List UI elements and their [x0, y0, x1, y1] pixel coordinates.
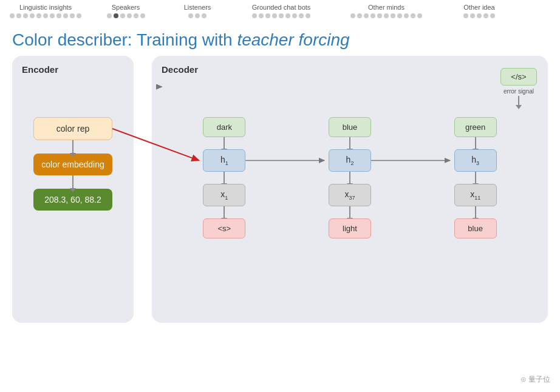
nav-dots-other-idea	[463, 13, 495, 18]
encoder-box: Encoder color rep color embedding 208.3,…	[12, 56, 134, 323]
dot	[490, 13, 495, 18]
dec-input-2: light	[329, 218, 371, 238]
encoder-label: Encoder	[22, 64, 58, 75]
dot	[265, 13, 270, 18]
dec-input-1: <s>	[203, 218, 245, 238]
dot	[56, 13, 61, 18]
page-wrapper: Linguistic insights Speakers	[0, 0, 560, 392]
dot	[202, 13, 207, 18]
top-nav: Linguistic insights Speakers	[0, 0, 560, 21]
dec-output-1: dark	[203, 117, 245, 137]
dot	[16, 13, 21, 18]
nav-dots-other-minds	[350, 13, 422, 18]
dot	[50, 13, 55, 18]
dot	[70, 13, 75, 18]
dot	[417, 13, 422, 18]
dec-h-3: h3	[454, 149, 497, 172]
dot	[306, 13, 310, 18]
dot	[10, 13, 15, 18]
dot	[463, 13, 468, 18]
dec-h-1: h1	[203, 149, 245, 172]
values-text: 208.3, 60, 88.2	[44, 195, 101, 204]
dot	[140, 13, 145, 18]
nav-dots-grounded	[252, 13, 310, 18]
dot	[120, 13, 125, 18]
dec-arrow-out-3	[475, 137, 476, 149]
color-embedding-text: color embedding	[41, 160, 104, 169]
nav-other-minds[interactable]: Other minds	[338, 4, 435, 18]
dot	[299, 13, 304, 18]
nav-label-linguistic: Linguistic insights	[19, 4, 72, 11]
dot	[384, 13, 389, 18]
dot	[36, 13, 41, 18]
decoder-box: Decoder </s> error signal dark	[152, 56, 548, 323]
decoder-label: Decoder	[162, 64, 198, 75]
nav-other-idea[interactable]: Other idea	[452, 4, 507, 18]
dot	[30, 13, 35, 18]
dec-x-1: x1	[203, 184, 245, 206]
nav-grounded-chat[interactable]: Grounded chat bots	[242, 4, 321, 18]
dec-output-3: green	[454, 117, 497, 137]
dec-arrow-h-3	[475, 172, 476, 184]
dec-h-2: h2	[329, 149, 371, 172]
decoder-col-3: green h3 x11 blue	[454, 117, 497, 238]
title-prefix: Color describer: Training with	[12, 30, 237, 49]
nav-linguistic-insights[interactable]: Linguistic insights	[10, 4, 81, 18]
dot	[272, 13, 277, 18]
dot	[63, 13, 68, 18]
nav-speakers[interactable]: Speakers	[98, 4, 153, 18]
dot	[397, 13, 402, 18]
dot	[43, 13, 48, 18]
dec-arrow-out-2	[349, 137, 350, 149]
nav-label-grounded: Grounded chat bots	[252, 4, 311, 11]
dot	[107, 13, 112, 18]
nav-dots-linguistic	[10, 13, 81, 18]
dot	[77, 13, 81, 18]
dot	[370, 13, 375, 18]
nav-label-listeners: Listeners	[184, 4, 211, 11]
decoder-col-1: dark h1 x1 <s>	[203, 117, 245, 238]
dot	[391, 13, 395, 18]
dot	[23, 13, 28, 18]
end-token-node: </s>	[500, 68, 537, 86]
dot	[350, 13, 355, 18]
color-rep-node: color rep	[33, 117, 112, 140]
nav-dots-speakers	[107, 13, 145, 18]
dot	[285, 13, 290, 18]
dec-arrow-x-3	[475, 206, 476, 218]
decoder-col-2: blue h2 x37 light	[329, 117, 371, 238]
dot	[411, 13, 415, 18]
dot	[377, 13, 382, 18]
nav-label-other-idea: Other idea	[463, 4, 494, 11]
dot	[292, 13, 297, 18]
title-italic: teacher forcing	[237, 30, 349, 49]
dot	[134, 13, 138, 18]
dot	[252, 13, 257, 18]
dec-output-2: blue	[329, 117, 371, 137]
title-area: Color describer: Training with teacher f…	[0, 21, 560, 56]
dot	[357, 13, 362, 18]
color-rep-text: color rep	[56, 124, 89, 133]
dot	[188, 13, 193, 18]
dec-arrow-h-2	[349, 172, 350, 184]
dec-arrow-x-1	[224, 206, 225, 218]
nav-label-speakers: Speakers	[112, 4, 140, 11]
enc-arrow-1	[72, 140, 73, 154]
watermark-text: 量子位	[528, 375, 550, 384]
dot	[127, 13, 132, 18]
dot	[364, 13, 369, 18]
dec-arrow-h-1	[224, 172, 225, 184]
dot	[470, 13, 475, 18]
main-title: Color describer: Training with teacher f…	[12, 30, 548, 50]
dec-x-2: x37	[329, 184, 371, 206]
enc-arrow-2	[72, 175, 73, 189]
nav-listeners[interactable]: Listeners	[170, 4, 225, 18]
dec-input-3: blue	[454, 218, 497, 238]
dot	[259, 13, 264, 18]
dec-arrow-out-1	[224, 137, 225, 149]
dot	[404, 13, 409, 18]
dot-active	[114, 13, 118, 18]
dot	[483, 13, 488, 18]
dot	[195, 13, 200, 18]
watermark: ⊙ 量子位	[521, 374, 550, 385]
